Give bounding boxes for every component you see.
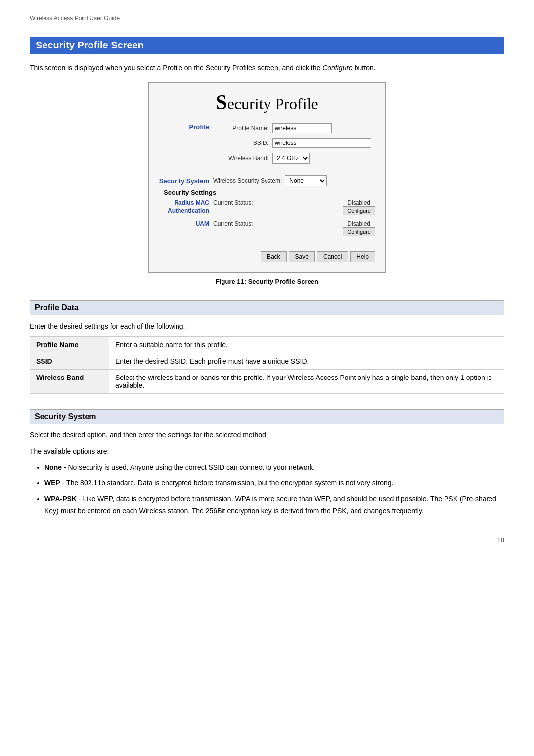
security-settings-label: Security Settings: [164, 189, 375, 196]
page-number: 18: [30, 536, 504, 544]
security-system-intro: Select the desired option, and then ente…: [30, 429, 504, 440]
uam-configure-button[interactable]: Configure: [343, 227, 375, 236]
profile-data-heading: Profile Data: [30, 300, 504, 315]
profile-fields: Profile Name: SSID: Wireless Band: 2.4 G…: [213, 123, 371, 167]
ssid-input[interactable]: [272, 138, 371, 148]
security-system-options-label: The available options are:: [30, 446, 504, 457]
radius-configure-button[interactable]: Configure: [343, 206, 375, 215]
doc-header-text: Wireless Access Point User Guide: [30, 15, 120, 22]
wireless-security-select[interactable]: None WEP WPA-PSK: [285, 175, 327, 186]
figure-caption: Figure 11: Security Profile Screen: [30, 278, 504, 285]
profile-group-label: Profile: [159, 123, 213, 131]
table-cell: Enter a suitable name for this profile.: [109, 337, 504, 353]
ssid-row: SSID:: [213, 138, 371, 148]
security-system-group-label: Security System: [159, 177, 213, 185]
table-cell: Enter the desired SSID. Each profile mus…: [109, 353, 504, 370]
table-row: SSIDEnter the desired SSID. Each profile…: [30, 353, 504, 370]
main-section-heading: Security Profile Screen: [30, 37, 504, 54]
cancel-button[interactable]: Cancel: [317, 251, 348, 262]
intro-text-start: This screen is displayed when you select…: [30, 64, 320, 72]
ssid-label: SSID:: [213, 140, 272, 146]
doc-header: Wireless Access Point User Guide: [30, 15, 504, 22]
intro-text-end: button.: [355, 64, 376, 72]
profile-name-row: Profile Name:: [213, 123, 371, 133]
radius-current-status-value: Disabled: [347, 199, 370, 206]
table-header: Wireless Band: [30, 370, 109, 394]
wireless-security-label: Wireless Security System:: [213, 177, 285, 184]
profile-name-label: Profile Name:: [213, 125, 272, 132]
table-header: Profile Name: [30, 337, 109, 353]
uam-status-inner: Current Status: Disabled: [213, 220, 375, 227]
profile-data-intro: Enter the desired settings for each of t…: [30, 321, 504, 331]
list-item: WPA-PSK - Like WEP, data is encrypted be…: [44, 493, 504, 517]
back-button[interactable]: Back: [261, 251, 287, 262]
uam-label: UAM: [159, 220, 213, 228]
table-row: Profile NameEnter a suitable name for th…: [30, 337, 504, 353]
widget-title: Security Profile: [159, 91, 375, 114]
radius-status-content: Current Status: Disabled Configure: [213, 199, 375, 215]
security-profile-widget: Security Profile Profile Profile Name: S…: [148, 82, 386, 273]
help-button[interactable]: Help: [350, 251, 375, 262]
widget-title-s: S: [216, 91, 227, 114]
radius-current-status-label: Current Status:: [213, 199, 253, 206]
wireless-band-label: Wireless Band:: [213, 155, 272, 162]
uam-current-status-value: Disabled: [347, 220, 370, 227]
wireless-security-row: Wireless Security System: None WEP WPA-P…: [213, 175, 327, 186]
widget-container: Security Profile Profile Profile Name: S…: [30, 82, 504, 273]
profile-name-input[interactable]: [272, 123, 332, 133]
radius-mac-label: Radius MAC Authentication: [159, 199, 213, 215]
intro-italic: Configure: [322, 64, 353, 72]
uam-current-status-label: Current Status:: [213, 220, 253, 227]
uam-status-content: Current Status: Disabled Configure: [213, 220, 375, 236]
list-item: None - No security is used. Anyone using…: [44, 462, 504, 473]
wireless-band-select[interactable]: 2.4 GHz 5 GHz: [272, 153, 310, 164]
table-row: Wireless BandSelect the wireless band or…: [30, 370, 504, 394]
widget-footer: Back Save Cancel Help: [159, 246, 375, 262]
table-header: SSID: [30, 353, 109, 370]
list-item: WEP - The 802.11b standard. Data is encr…: [44, 477, 504, 489]
profile-data-table: Profile NameEnter a suitable name for th…: [30, 336, 504, 394]
security-options-list: None - No security is used. Anyone using…: [44, 462, 504, 517]
wireless-band-row: Wireless Band: 2.4 GHz 5 GHz: [213, 153, 371, 164]
widget-title-rest: ecurity Profile: [227, 95, 318, 113]
save-button[interactable]: Save: [289, 251, 315, 262]
radius-status-inner: Current Status: Disabled: [213, 199, 375, 206]
main-section-title: Security Profile Screen: [36, 40, 144, 50]
intro-paragraph: This screen is displayed when you select…: [30, 63, 504, 73]
table-cell: Select the wireless band or bands for th…: [109, 370, 504, 394]
security-system-heading: Security System: [30, 409, 504, 424]
